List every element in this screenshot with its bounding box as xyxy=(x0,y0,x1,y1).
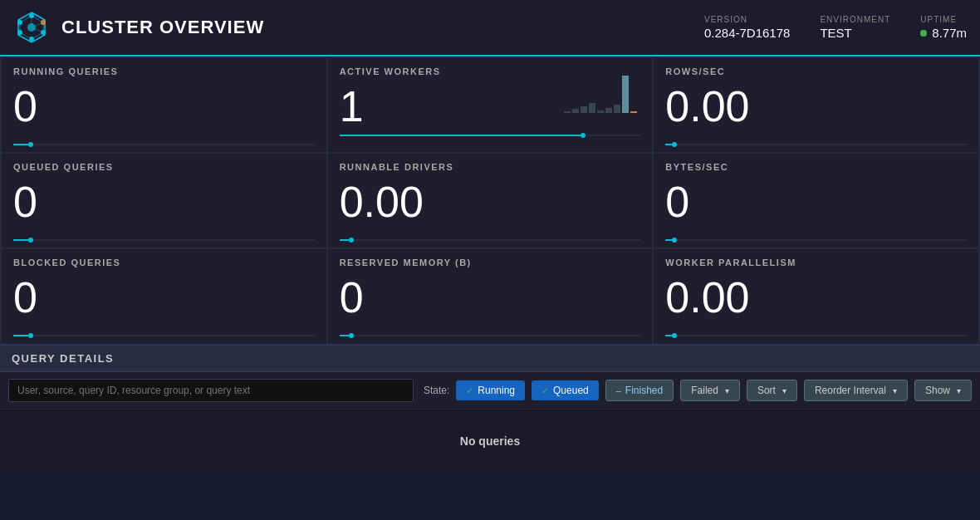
metric-label-worker-parallelism: WORKER PARALLELISM xyxy=(665,258,967,267)
metric-label-bytes-sec: BYTES/SEC xyxy=(665,162,967,172)
metric-label-runnable-drivers: RUNNABLE DRIVERS xyxy=(340,162,641,172)
metric-label-running-queries: RUNNING QUERIES xyxy=(13,66,315,76)
metric-bar-worker-parallelism xyxy=(665,335,967,336)
metric-card-queued-queries: QUEUED QUERIES0 xyxy=(1,153,327,248)
metrics-grid: RUNNING QUERIES0ACTIVE WORKERS1ROWS/SEC0… xyxy=(0,56,980,345)
uptime-info: UPTIME 8.77m xyxy=(920,15,967,40)
metric-card-worker-parallelism: WORKER PARALLELISM0.00 xyxy=(653,248,979,344)
metric-label-blocked-queries: BLOCKED QUERIES xyxy=(13,258,315,267)
environment-label: ENVIRONMENT xyxy=(820,15,890,24)
check-icon-queued: ✓ xyxy=(541,385,549,396)
metric-bar-reserved-memory xyxy=(340,335,641,336)
metric-card-running-queries: RUNNING QUERIES0 xyxy=(1,57,327,153)
show-button[interactable]: Show ▾ xyxy=(914,380,972,401)
app-title: CLUSTER OVERVIEW xyxy=(61,17,704,38)
metric-card-blocked-queries: BLOCKED QUERIES0 xyxy=(1,248,327,344)
metric-card-bytes-sec: BYTES/SEC0 xyxy=(653,153,979,248)
metric-bar-running-queries xyxy=(13,144,315,145)
metric-bar-bytes-sec xyxy=(665,239,967,241)
check-icon: ✓ xyxy=(466,385,473,396)
metric-value-queued-queries: 0 xyxy=(13,180,315,233)
metric-bar-blocked-queries xyxy=(13,335,315,336)
svg-line-11 xyxy=(20,32,32,39)
metric-value-bytes-sec: 0 xyxy=(665,180,967,233)
filter-running-button[interactable]: ✓ Running xyxy=(456,380,525,400)
metric-card-runnable-drivers: RUNNABLE DRIVERS0.00 xyxy=(327,153,654,248)
state-label: State: xyxy=(424,385,449,396)
query-details-header: QUERY DETAILS xyxy=(0,346,980,372)
filter-finished-button[interactable]: – Finished xyxy=(605,380,674,401)
query-controls: State: ✓ Running ✓ Queued – Finished Fai… xyxy=(0,372,980,410)
version-label: VERSION xyxy=(704,15,790,24)
metric-label-reserved-memory: RESERVED MEMORY (B) xyxy=(340,258,641,267)
reorder-caret-icon: ▾ xyxy=(893,386,897,395)
metric-value-blocked-queries: 0 xyxy=(13,276,315,328)
svg-line-10 xyxy=(32,32,43,39)
metric-bar-rows-sec xyxy=(665,144,967,145)
caret-icon: ▾ xyxy=(725,386,729,395)
svg-line-13 xyxy=(20,16,32,22)
workers-bar-chart xyxy=(564,63,640,113)
reorder-interval-button[interactable]: Reorder Interval ▾ xyxy=(804,380,908,401)
metric-card-reserved-memory: RESERVED MEMORY (B)0 xyxy=(327,248,654,344)
filter-queued-button[interactable]: ✓ Queued xyxy=(532,380,599,400)
metric-bar-active-workers xyxy=(340,135,641,136)
metric-value-reserved-memory: 0 xyxy=(340,276,641,328)
status-dot xyxy=(920,30,927,37)
version-info: VERSION 0.284-7D16178 xyxy=(704,15,790,40)
dash-icon: – xyxy=(616,385,621,395)
filter-failed-button[interactable]: Failed ▾ xyxy=(680,380,740,401)
metric-bar-runnable-drivers xyxy=(340,239,641,241)
header: CLUSTER OVERVIEW VERSION 0.284-7D16178 E… xyxy=(0,0,980,56)
search-input[interactable] xyxy=(8,379,414,402)
environment-info: ENVIRONMENT TEST xyxy=(820,15,890,40)
uptime-value: 8.77m xyxy=(920,26,967,40)
metric-card-rows-sec: ROWS/SEC0.00 xyxy=(653,57,979,153)
metric-value-rows-sec: 0.00 xyxy=(665,85,967,137)
metric-value-worker-parallelism: 0.00 xyxy=(665,276,967,328)
metric-label-rows-sec: ROWS/SEC xyxy=(665,66,967,76)
metric-value-running-queries: 0 xyxy=(13,85,315,137)
show-caret-icon: ▾ xyxy=(957,386,961,395)
svg-line-8 xyxy=(32,16,43,22)
metric-card-active-workers: ACTIVE WORKERS1 xyxy=(327,57,654,153)
metric-label-queued-queries: QUEUED QUERIES xyxy=(13,162,315,172)
header-meta: VERSION 0.284-7D16178 ENVIRONMENT TEST U… xyxy=(704,15,967,40)
uptime-label: UPTIME xyxy=(920,15,967,24)
no-queries-message: No queries xyxy=(0,410,980,473)
query-details-section: QUERY DETAILS State: ✓ Running ✓ Queued … xyxy=(0,345,980,473)
sort-caret-icon: ▾ xyxy=(782,386,786,395)
environment-value: TEST xyxy=(820,26,890,40)
metric-value-runnable-drivers: 0.00 xyxy=(340,180,641,233)
metric-bar-queued-queries xyxy=(13,239,315,241)
sort-button[interactable]: Sort ▾ xyxy=(747,380,797,401)
version-value: 0.284-7D16178 xyxy=(704,26,790,40)
logo-icon xyxy=(13,9,50,46)
